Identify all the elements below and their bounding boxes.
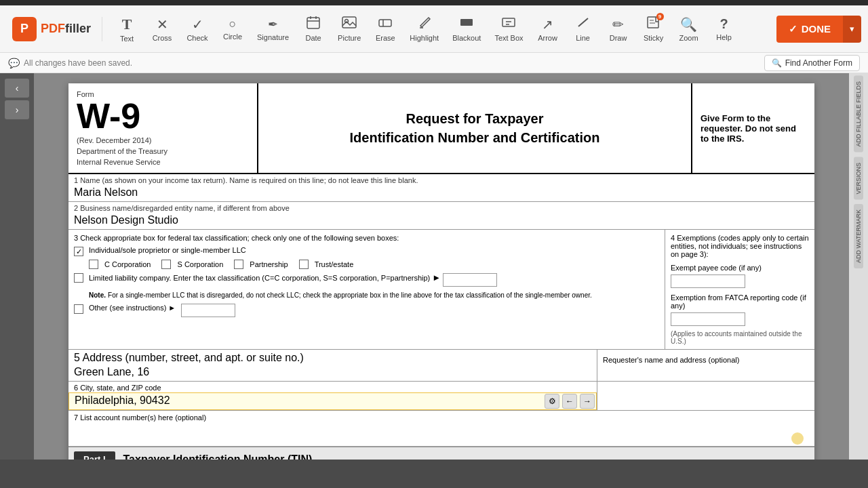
field6-value[interactable]: Philadelphia, 90432 [68, 392, 597, 410]
checkbox-scorp[interactable] [161, 260, 171, 269]
tool-highlight[interactable]: Highlight [404, 9, 444, 49]
field2-label: 2 Business name/disregarded entity name,… [68, 202, 814, 213]
tool-sticky[interactable]: 9 Sticky [637, 9, 670, 49]
tool-check-label: Check [186, 34, 208, 42]
checkbox-trust[interactable] [299, 260, 309, 269]
fatca-label: Exemption from FATCA reporting code (if … [671, 293, 809, 310]
field2-value[interactable]: Nelson Design Studio [68, 213, 814, 229]
status-left: 💬 All changes have been saved. [8, 58, 132, 68]
tool-blackout[interactable]: Blackout [447, 9, 486, 49]
field5-value[interactable]: Green Lane, 16 [68, 365, 597, 381]
address-section: 5 Address (number, street, and apt. or s… [68, 350, 814, 382]
tool-erase[interactable]: Erase [369, 9, 401, 49]
signature-icon: ✒ [268, 17, 278, 32]
w9-right-header: Give Form to the requester. Do not send … [692, 83, 814, 173]
checkbox-partnership[interactable] [234, 260, 243, 269]
tool-signature[interactable]: ✒ Signature [252, 9, 294, 49]
svg-rect-10 [502, 18, 515, 26]
date-icon [307, 16, 320, 33]
nav-down-button[interactable]: › [5, 100, 29, 119]
w9-service: Internal Revenue Service [77, 158, 249, 166]
done-label: DONE [802, 23, 831, 35]
city-row: 6 City, state, and ZIP code Philadelphia… [68, 382, 814, 411]
note-text: For a single-member LLC that is disregar… [108, 291, 592, 299]
logo-text: PDFfiller [41, 22, 91, 36]
tool-arrow[interactable]: ↗ Arrow [532, 9, 564, 49]
partnership-label: Partnership [250, 260, 288, 268]
tool-picture-label: Picture [338, 34, 361, 42]
tax-class-left: 3 Check appropriate box for federal tax … [68, 230, 665, 349]
field1-section: 1 Name (as shown on your income tax retu… [68, 174, 814, 202]
part1-badge: Part I [74, 451, 115, 460]
tool-circle-label: Circle [223, 33, 242, 41]
tool-draw-label: Draw [610, 34, 627, 42]
address-right: Requester's name and address (optional) [597, 350, 814, 381]
tool-arrow-label: Arrow [538, 34, 557, 42]
tool-cross[interactable]: ✕ Cross [146, 9, 178, 49]
zoom-icon: 🔍 [680, 16, 697, 33]
field-settings-button[interactable]: ⚙ [545, 394, 559, 409]
llc-input[interactable] [443, 273, 497, 287]
field-prev-button[interactable]: ← [562, 394, 577, 409]
tool-line[interactable]: Line [567, 9, 599, 49]
tool-erase-label: Erase [376, 34, 395, 42]
add-watermark-button[interactable]: ADD WATERMARK [854, 204, 863, 268]
checkbox-other[interactable] [74, 304, 83, 314]
checkbox-llc[interactable] [74, 273, 83, 283]
fatca-input[interactable] [671, 312, 745, 326]
give-form-text: Give Form to the requester. Do not send … [701, 113, 806, 144]
tool-zoom-label: Zoom [679, 34, 698, 42]
toolbar: P PDFfiller T Text ✕ Cross ✓ Check ○ Cir… [0, 5, 868, 53]
checkbox-individual-row: Individual/sole proprietor or single-mem… [74, 246, 659, 256]
tool-circle[interactable]: ○ Circle [216, 9, 249, 49]
pdf-viewer[interactable]: Form W-9 (Rev. December 2014) Department… [34, 73, 849, 460]
sticky-icon: 9 [646, 16, 661, 33]
account-input-area[interactable] [74, 422, 809, 434]
find-another-label: Find Another Form [785, 58, 852, 68]
tax-option-partnership: Partnership [234, 259, 288, 269]
w9-title: W-9 [77, 98, 249, 134]
tool-picture[interactable]: Picture [332, 9, 366, 49]
exempt-payee-input[interactable] [671, 274, 745, 288]
draw-icon: ✏ [612, 16, 624, 33]
blackout-icon [459, 16, 474, 33]
yellow-dot [791, 432, 804, 445]
field2-section: 2 Business name/disregarded entity name,… [68, 202, 814, 230]
find-another-form-button[interactable]: 🔍 Find Another Form [764, 55, 860, 71]
tool-textbox[interactable]: Text Box [489, 9, 528, 49]
tool-help[interactable]: ? Help [708, 9, 741, 49]
tool-text[interactable]: T Text [111, 9, 143, 49]
tool-sticky-label: Sticky [644, 34, 663, 42]
scorp-label: S Corporation [177, 260, 223, 268]
tool-highlight-label: Highlight [410, 34, 439, 42]
tax-class-section: 3 Check appropriate box for federal tax … [68, 230, 814, 350]
checkbox-ccorp[interactable] [89, 260, 98, 269]
w9-center-title: Request for Taxpayer Identification Numb… [350, 109, 600, 147]
done-dropdown-button[interactable]: ▾ [843, 16, 861, 43]
chat-icon: 💬 [8, 58, 20, 68]
versions-button[interactable]: VERSIONS [854, 157, 863, 200]
field3-label: 3 Check appropriate box for federal tax … [74, 234, 659, 242]
llc-row: Limited liability company. Enter the tax… [74, 272, 659, 287]
svg-line-13 [578, 18, 588, 26]
other-input[interactable] [181, 304, 235, 317]
field-next-button[interactable]: → [580, 394, 595, 409]
field1-value[interactable]: Maria Nelson [68, 185, 814, 201]
ccorp-label: C Corporation [104, 260, 151, 268]
done-button[interactable]: ✓ DONE [776, 16, 843, 43]
tool-zoom[interactable]: 🔍 Zoom [673, 9, 705, 49]
field4-label: 4 Exemptions (codes apply only to certai… [671, 234, 809, 258]
right-panel: ADD FILLABLE FIELDS VERSIONS ADD WATERMA… [849, 73, 868, 460]
saved-message: All changes have been saved. [24, 58, 132, 68]
add-fillable-fields-button[interactable]: ADD FILLABLE FIELDS [854, 76, 863, 152]
other-label: Other (see instructions) ► [89, 304, 176, 312]
logo: P PDFfiller [7, 17, 102, 41]
tool-draw[interactable]: ✏ Draw [602, 9, 635, 49]
tool-check[interactable]: ✓ Check [181, 9, 214, 49]
checkbox-individual[interactable] [74, 247, 83, 256]
nav-up-button[interactable]: ‹ [5, 79, 29, 98]
note-section: Note. For a single-member LLC that is di… [89, 290, 659, 300]
part1-title: Taxpayer Identification Number (TIN) [123, 453, 313, 460]
tool-date[interactable]: Date [297, 9, 330, 49]
textbox-icon [501, 16, 516, 33]
